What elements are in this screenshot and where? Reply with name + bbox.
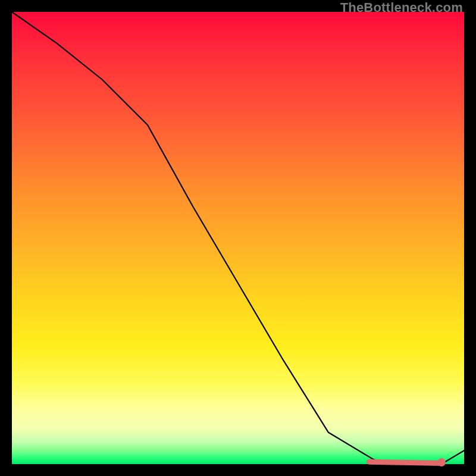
chart-overlay: [12, 12, 464, 464]
curve-endpoint-dot: [437, 458, 446, 466]
chart-frame: TheBottleneck.com: [0, 0, 476, 476]
bottleneck-curve: [12, 12, 464, 464]
